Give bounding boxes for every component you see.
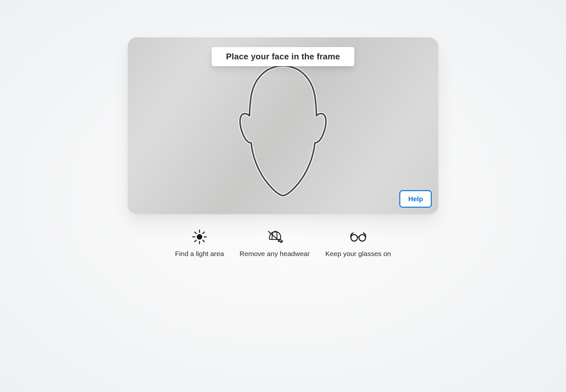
instruction-bubble: Place your face in the frame	[212, 47, 354, 66]
no-hat-icon	[265, 230, 284, 244]
tip-item: Remove any headwear	[239, 230, 310, 258]
svg-point-9	[275, 231, 276, 232]
help-button-label: Help	[408, 195, 423, 202]
tips-row: Find a light area Remove any headwear	[175, 230, 391, 258]
svg-line-5	[195, 232, 196, 234]
svg-line-6	[203, 240, 204, 242]
svg-point-11	[351, 235, 357, 241]
tip-item: Keep your glasses on	[325, 230, 391, 258]
tip-item: Find a light area	[175, 230, 224, 258]
help-button[interactable]: Help	[399, 190, 432, 208]
face-outline-icon	[234, 65, 332, 199]
camera-panel: Place your face in the frame Help	[128, 37, 438, 214]
tip-label: Remove any headwear	[239, 250, 310, 258]
instruction-text: Place your face in the frame	[226, 52, 340, 61]
svg-point-0	[197, 235, 202, 239]
svg-line-8	[203, 232, 204, 234]
tip-label: Keep your glasses on	[325, 250, 391, 258]
sun-icon	[190, 230, 209, 244]
svg-line-7	[195, 240, 196, 242]
face-outline	[234, 65, 332, 199]
glasses-icon	[349, 230, 367, 244]
tip-label: Find a light area	[175, 250, 224, 258]
svg-point-12	[359, 235, 366, 241]
